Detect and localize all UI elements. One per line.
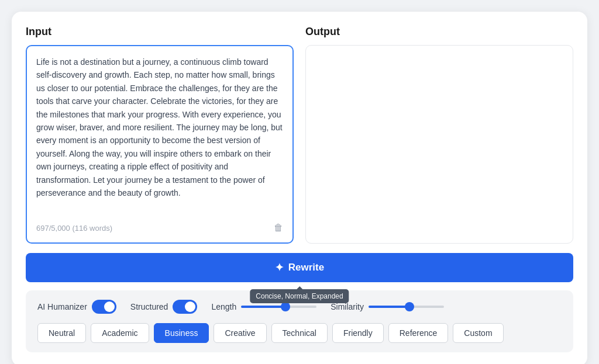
style-btn-neutral[interactable]: Neutral [37,323,86,343]
ai-humanizer-thumb [104,301,115,312]
ai-humanizer-group: AI Humanizer [37,300,116,314]
output-column: Output [305,26,573,244]
output-title: Output [305,26,573,38]
length-group: Length [211,302,316,311]
ai-humanizer-toggle[interactable] [92,300,116,314]
word-count: 697/5,000 (116 words) [36,224,112,233]
style-btn-friendly[interactable]: Friendly [332,323,384,343]
rewrite-button-wrap: ✦ Rewrite Concise, Normal, Expanded [26,253,573,282]
structured-group: Structured [130,300,198,314]
rewrite-label: Rewrite [288,262,324,273]
similarity-slider-wrap [369,306,444,308]
similarity-group: Similarity [331,302,444,311]
trash-icon[interactable]: 🗑 [274,223,283,233]
tooltip: Concise, Normal, Expanded [250,289,349,303]
style-btn-reference[interactable]: Reference [388,323,449,343]
rewrite-button[interactable]: ✦ Rewrite [26,253,573,282]
input-footer: 697/5,000 (116 words) 🗑 [36,223,283,233]
output-box [305,45,573,244]
ai-humanizer-label: AI Humanizer [37,302,87,311]
style-btn-custom[interactable]: Custom [453,323,503,343]
style-buttons: NeutralAcademicBusinessCreativeTechnical… [37,323,562,343]
length-label: Length [211,302,236,311]
input-column: Input 697/5,000 (116 words) 🗑 [26,26,294,244]
structured-toggle[interactable] [173,300,197,314]
structured-label: Structured [130,302,168,311]
magic-icon: ✦ [275,261,284,274]
similarity-slider[interactable] [369,306,444,308]
style-btn-creative[interactable]: Creative [214,323,266,343]
length-slider-wrap [241,306,316,308]
input-title: Input [26,26,294,38]
input-textarea[interactable] [36,56,283,218]
style-btn-academic[interactable]: Academic [91,323,149,343]
input-box: 697/5,000 (116 words) 🗑 [26,45,294,244]
style-btn-technical[interactable]: Technical [271,323,328,343]
length-slider[interactable] [241,306,316,308]
style-btn-business[interactable]: Business [154,323,209,343]
similarity-label: Similarity [331,302,364,311]
main-card: Input 697/5,000 (116 words) 🗑 Output ✦ R… [12,12,587,364]
